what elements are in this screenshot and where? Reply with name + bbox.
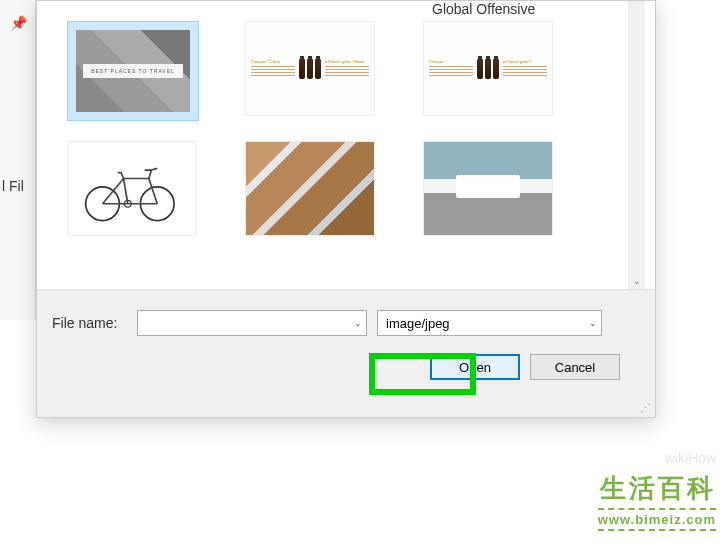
pin-icon: 📌 [10,15,27,31]
filetype-select[interactable] [377,310,602,336]
watermark-cn-text: 生活百科 [598,471,716,506]
scroll-down-icon[interactable]: ⌄ [628,273,645,290]
watermark-url-text: www.bimeiz.com [598,508,716,531]
thumbnail-item-selected[interactable]: BEST PLACES TO TRAVEL [67,21,199,121]
resize-grip-icon[interactable]: ⋰ [640,402,652,414]
site-watermark: 生活百科 www.bimeiz.com [598,471,716,531]
thumbnail-item[interactable] [67,141,197,236]
product-sheet-image-icon: Compar / Colour a French grilat / Home [246,22,374,115]
cancel-button[interactable]: Cancel [530,354,620,380]
open-button[interactable]: Open [430,354,520,380]
thumbnail-item[interactable] [423,141,553,236]
thumbnail-item[interactable]: Compar / Colour a French grilat / Home [245,21,375,116]
truncated-label: l Fil [2,178,24,194]
filename-label: File name: [52,315,127,331]
travel-image-icon: BEST PLACES TO TRAVEL [76,30,190,112]
stairs-image-icon [246,142,374,235]
thumbnail-item[interactable]: Compar ! a French grilat ! [423,21,553,116]
thumbnail-item[interactable] [245,141,375,236]
filename-input[interactable] [137,310,367,336]
dialog-bottom-panel: File name: ⌄ ⌄ Open Cancel ⋰ [37,289,655,417]
left-sidebar-strip: 📌 l Fil [0,0,36,320]
thumbnail-grid: BEST PLACES TO TRAVEL Compar / Colour a … [67,21,583,236]
folder-caption: Global Offensive [432,1,535,17]
bathroom-image-icon [424,142,552,235]
product-sheet-image-icon: Compar ! a French grilat ! [424,22,552,115]
bicycle-image-icon [68,142,196,235]
vertical-scrollbar[interactable]: ⌄ [628,1,645,290]
travel-banner-text: BEST PLACES TO TRAVEL [83,64,183,78]
file-open-dialog: Global Offensive BEST PLACES TO TRAVEL C… [36,0,656,418]
file-browser-area: Global Offensive BEST PLACES TO TRAVEL C… [57,1,645,291]
faint-watermark: wikiHow [665,450,716,466]
